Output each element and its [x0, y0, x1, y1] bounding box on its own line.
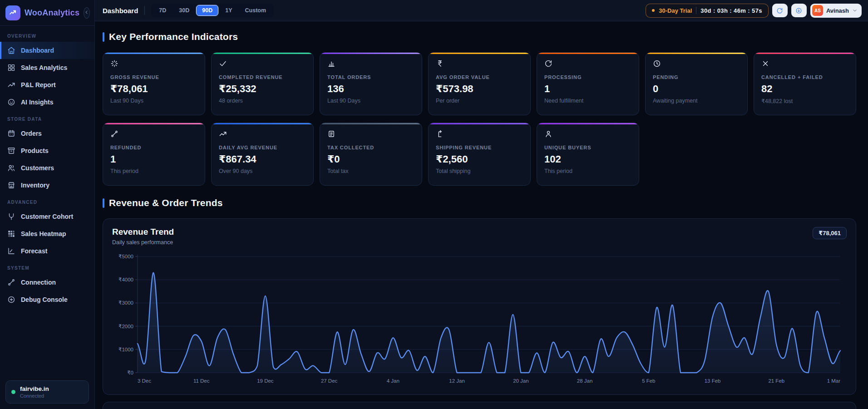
kpi-subtext: ₹48,822 lost — [761, 98, 848, 104]
sidebar-item-label: Inventory — [21, 182, 49, 189]
svg-text:20 Jan: 20 Jan — [513, 378, 528, 384]
link-icon — [7, 278, 15, 286]
kpi-subtext: Need fulfillment — [544, 98, 631, 104]
chart-total-badge: ₹78,061 — [813, 227, 847, 239]
sidebar-item-label: Customers — [21, 164, 54, 172]
svg-text:₹3000: ₹3000 — [118, 300, 133, 306]
sidebar-item-forecast[interactable]: Forecast — [0, 242, 94, 260]
kpi-card-gross-revenue: GROSS REVENUE₹78,061Last 90 Days — [103, 52, 205, 115]
sidebar-item-dashboard[interactable]: Dashboard — [0, 42, 94, 59]
sidebar-item-debug-console[interactable]: Debug Console — [0, 291, 94, 308]
kpi-card-refunded: REFUNDED1This period — [103, 123, 205, 186]
kpi-value: ₹78,061 — [110, 83, 197, 95]
sidebar-item-label: Sales Analytics — [21, 64, 67, 71]
grid-icon — [7, 64, 15, 72]
sidebar-item-label: Sales Heatmap — [21, 230, 66, 237]
range-tab-custom[interactable]: Custom — [239, 5, 272, 16]
home-icon — [7, 46, 15, 54]
sidebar-item-label: Forecast — [21, 247, 47, 255]
kpi-label: CANCELLED + FAILED — [761, 74, 848, 80]
chart-title: Revenue Trend — [112, 227, 174, 237]
chevron-left-icon — [84, 9, 89, 17]
sidebar-item-sales-analytics[interactable]: Sales Analytics — [0, 59, 94, 76]
kpi-value: ₹2,560 — [436, 153, 523, 165]
chart-area: ₹0₹1000₹2000₹3000₹4000₹50003 Dec11 Dec19… — [112, 251, 847, 389]
sidebar-item-customer-cohort[interactable]: Customer Cohort — [0, 208, 94, 225]
users-icon — [7, 164, 15, 172]
sidebar-item-customers[interactable]: Customers — [0, 159, 94, 177]
plus-circle-icon — [7, 296, 15, 304]
kpi-value: ₹25,332 — [219, 83, 306, 95]
avatar: AS — [812, 5, 823, 16]
sidebar-item-p-l-report[interactable]: P&L Report — [0, 76, 94, 94]
kpi-label: PENDING — [653, 74, 740, 80]
sidebar-item-orders[interactable]: Orders — [0, 125, 94, 142]
kpi-accent-bar — [320, 53, 422, 54]
connection-status-text: Connected — [20, 393, 49, 399]
svg-text:1 Mar: 1 Mar — [827, 378, 841, 384]
kpi-card-total-orders: TOTAL ORDERS136Last 90 Days — [320, 52, 422, 115]
kpi-subtext: Per order — [436, 98, 523, 104]
trial-separator — [696, 7, 696, 14]
range-tab-1y[interactable]: 1Y — [219, 5, 238, 16]
receipt-icon — [327, 130, 335, 138]
kpi-accent-bar — [429, 123, 530, 124]
svg-text:19 Dec: 19 Dec — [257, 378, 274, 384]
sidebar-item-sales-heatmap[interactable]: Sales Heatmap — [0, 225, 94, 242]
user-menu[interactable]: AS Avinash — [810, 4, 862, 18]
kpi-accent-bar — [754, 53, 856, 54]
range-tab-30d[interactable]: 30D — [173, 5, 195, 16]
sidebar-collapse-button[interactable] — [84, 7, 90, 19]
kpi-card-daily-avg-revenue: DAILY AVG REVENUE₹867.34Over 90 days — [211, 123, 314, 186]
repeat-icon — [436, 130, 444, 138]
heatmap-icon — [7, 230, 15, 238]
kpi-subtext: Total tax — [327, 168, 414, 174]
kpi-label: GROSS REVENUE — [110, 74, 197, 80]
kpi-value: 82 — [761, 83, 848, 95]
sidebar-item-label: Products — [21, 147, 49, 154]
kpi-value: ₹867.34 — [219, 153, 306, 165]
page-title: Dashboard — [103, 7, 138, 15]
kpi-accent-bar — [429, 53, 530, 54]
trial-label: 30-Day Trial — [659, 7, 692, 14]
store-domain: fairvibe.in — [20, 385, 49, 392]
kpi-label: UNIQUE BUYERS — [544, 145, 631, 150]
revenue-trend-line-chart: ₹0₹1000₹2000₹3000₹4000₹50003 Dec11 Dec19… — [112, 251, 847, 387]
kpi-subtext: Last 90 Days — [327, 98, 414, 104]
sidebar-item-ai-insights[interactable]: AI Insights — [0, 94, 94, 111]
refresh-button[interactable] — [772, 4, 788, 17]
bars-icon — [327, 59, 335, 68]
trending-up-icon — [219, 130, 227, 138]
kpi-value: ₹573.98 — [436, 83, 523, 95]
sidebar-item-label: P&L Report — [21, 81, 56, 89]
kpi-card-cancelled-failed: CANCELLED + FAILED82₹48,822 lost — [754, 52, 856, 115]
svg-text:₹5000: ₹5000 — [118, 254, 133, 259]
range-tab-7d[interactable]: 7D — [153, 5, 172, 16]
connection-status-dot — [11, 390, 15, 394]
svg-text:₹0: ₹0 — [127, 370, 133, 375]
kpi-subtext: Last 90 Days — [110, 98, 197, 104]
kpi-subtext: 48 orders — [219, 98, 306, 104]
calendar-icon — [7, 129, 15, 138]
kpi-value: 102 — [544, 153, 631, 165]
export-button[interactable] — [791, 4, 807, 17]
sidebar-item-products[interactable]: Products — [0, 142, 94, 159]
svg-text:₹2000: ₹2000 — [118, 324, 133, 329]
kpi-card-unique-buyers: UNIQUE BUYERS102This period — [537, 123, 639, 186]
sidebar-item-connection[interactable]: Connection — [0, 274, 94, 291]
kpi-card-completed-revenue: COMPLETED REVENUE₹25,33248 orders — [211, 52, 314, 115]
range-tab-90d[interactable]: 90D — [196, 5, 218, 16]
date-range-tabs: 7D30D90D1YCustom — [151, 4, 274, 17]
rupee-icon — [436, 59, 444, 68]
refresh-cw-icon — [544, 59, 552, 68]
svg-text:₹4000: ₹4000 — [118, 277, 133, 282]
nav-section-label: ADVANCED — [7, 200, 87, 205]
section-accent-bar — [103, 32, 104, 42]
store-connection-card[interactable]: fairvibe.in Connected — [5, 380, 89, 404]
sidebar-item-inventory[interactable]: Inventory — [0, 177, 94, 194]
kpi-accent-bar — [646, 53, 747, 54]
kpi-value: 136 — [327, 83, 414, 95]
trial-dot — [652, 9, 655, 12]
sidebar-item-label: AI Insights — [21, 99, 54, 106]
trial-countdown-pill: 30-Day Trial 30d : 03h : 46m : 57s — [646, 4, 769, 18]
